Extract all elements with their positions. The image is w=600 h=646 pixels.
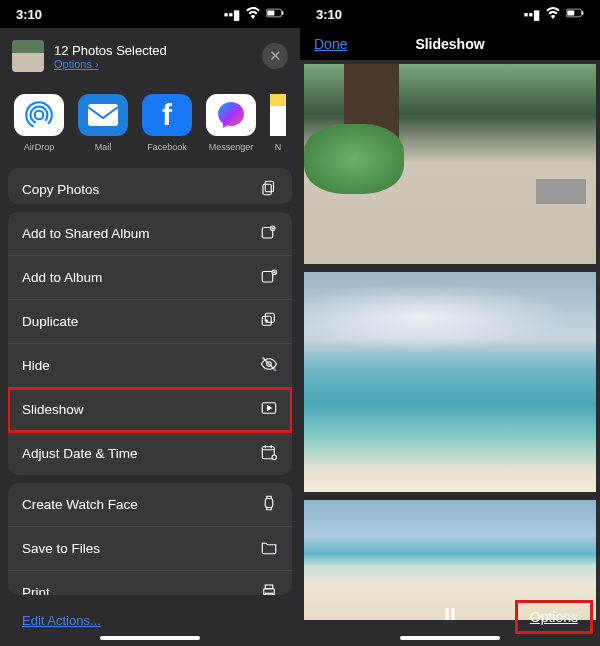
svg-rect-26 <box>582 11 583 15</box>
svg-rect-6 <box>88 104 118 126</box>
action-duplicate[interactable]: Duplicate <box>8 300 292 344</box>
status-bar: 3:10 ▪▪▮ <box>300 0 600 28</box>
app-facebook[interactable]: f Facebook <box>142 94 192 152</box>
slideshow-content[interactable] <box>300 60 600 646</box>
facebook-icon: f <box>142 94 192 136</box>
share-apps-row[interactable]: AirDrop Mail f Facebook Messenger N <box>0 84 300 168</box>
shared-album-icon <box>260 223 278 244</box>
action-label: Add to Album <box>22 270 102 285</box>
home-indicator[interactable] <box>100 636 200 640</box>
signal-icon: ▪▪▮ <box>524 7 540 22</box>
svg-point-4 <box>28 103 51 126</box>
action-group: Add to Shared Album Add to Album Duplica… <box>8 212 292 475</box>
slideshow-photo <box>304 64 596 264</box>
folder-icon <box>260 538 278 559</box>
print-icon <box>260 582 278 595</box>
home-indicator[interactable] <box>400 636 500 640</box>
svg-rect-8 <box>263 184 271 195</box>
svg-point-5 <box>22 98 56 132</box>
sheet-header: 12 Photos Selected Options › ✕ <box>0 28 300 84</box>
signal-icon: ▪▪▮ <box>224 7 240 22</box>
action-add-shared-album[interactable]: Add to Shared Album <box>8 212 292 256</box>
action-label: Duplicate <box>22 314 78 329</box>
airdrop-icon <box>14 94 64 136</box>
svg-point-3 <box>35 111 44 120</box>
app-mail[interactable]: Mail <box>78 94 128 152</box>
share-sheet-screen: 3:10 ▪▪▮ 12 Photos Selected Options › ✕ <box>0 0 300 646</box>
slideshow-title: Slideshow <box>415 36 484 52</box>
app-airdrop[interactable]: AirDrop <box>14 94 64 152</box>
app-label: Facebook <box>147 142 187 152</box>
selection-thumbnail <box>12 40 44 72</box>
battery-icon <box>566 4 584 25</box>
svg-point-18 <box>272 455 277 460</box>
action-hide[interactable]: Hide <box>8 344 292 388</box>
app-label: AirDrop <box>24 142 55 152</box>
close-button[interactable]: ✕ <box>262 43 288 69</box>
slideshow-screen: 3:10 ▪▪▮ Done Slideshow Option <box>300 0 600 646</box>
play-rect-icon <box>260 399 278 420</box>
svg-rect-7 <box>265 181 273 192</box>
messenger-icon <box>206 94 256 136</box>
svg-rect-27 <box>446 608 449 620</box>
status-time: 3:10 <box>16 7 42 22</box>
app-messenger[interactable]: Messenger <box>206 94 256 152</box>
slideshow-options-button[interactable]: Options <box>518 603 590 631</box>
action-label: Add to Shared Album <box>22 226 150 241</box>
action-slideshow[interactable]: Slideshow <box>8 388 292 432</box>
duplicate-icon <box>260 311 278 332</box>
action-watch-face[interactable]: Create Watch Face <box>8 483 292 527</box>
status-icons: ▪▪▮ <box>224 4 284 25</box>
action-label: Copy Photos <box>22 182 99 197</box>
album-icon <box>260 267 278 288</box>
action-save-files[interactable]: Save to Files <box>8 527 292 571</box>
eye-slash-icon <box>260 355 278 376</box>
svg-rect-20 <box>265 498 273 507</box>
action-add-album[interactable]: Add to Album <box>8 256 292 300</box>
app-label: Messenger <box>209 142 254 152</box>
action-copy-photos[interactable]: Copy Photos <box>8 168 292 205</box>
action-label: Adjust Date & Time <box>22 446 138 461</box>
action-group: Copy Photos <box>8 168 292 205</box>
svg-rect-25 <box>567 10 574 15</box>
status-time: 3:10 <box>316 7 342 22</box>
calendar-icon <box>260 443 278 464</box>
app-notes[interactable]: N <box>270 94 286 152</box>
pause-button[interactable] <box>441 605 459 628</box>
slideshow-header: Done Slideshow <box>300 28 600 60</box>
share-sheet: 12 Photos Selected Options › ✕ AirDrop M… <box>0 28 300 646</box>
svg-rect-28 <box>452 608 455 620</box>
app-label: N <box>275 142 282 152</box>
slideshow-controls: Options <box>300 605 600 628</box>
edit-actions-link[interactable]: Edit Actions... <box>8 603 292 638</box>
svg-rect-11 <box>262 272 273 283</box>
svg-rect-1 <box>267 10 274 15</box>
wifi-icon <box>544 4 562 25</box>
action-group: Create Watch Face Save to Files Print <box>8 483 292 595</box>
copy-icon <box>260 179 278 200</box>
slideshow-photo <box>304 272 596 492</box>
action-print[interactable]: Print <box>8 571 292 595</box>
status-icons: ▪▪▮ <box>524 4 584 25</box>
close-icon: ✕ <box>269 47 282 65</box>
done-button[interactable]: Done <box>314 36 347 52</box>
action-adjust-date[interactable]: Adjust Date & Time <box>8 432 292 475</box>
selection-title: 12 Photos Selected <box>54 43 252 58</box>
svg-rect-22 <box>265 585 273 589</box>
watch-icon <box>260 494 278 515</box>
app-label: Mail <box>95 142 112 152</box>
mail-icon <box>78 94 128 136</box>
action-label: Create Watch Face <box>22 497 138 512</box>
battery-icon <box>266 4 284 25</box>
status-bar: 3:10 ▪▪▮ <box>0 0 300 28</box>
action-list: Copy Photos Add to Shared Album Add to A… <box>0 168 300 647</box>
action-label: Save to Files <box>22 541 100 556</box>
sheet-options-link[interactable]: Options › <box>54 58 252 70</box>
notes-icon <box>270 94 286 136</box>
wifi-icon <box>244 4 262 25</box>
action-label: Hide <box>22 358 50 373</box>
action-label: Slideshow <box>22 402 84 417</box>
action-label: Print <box>22 585 50 595</box>
svg-rect-2 <box>282 11 283 15</box>
